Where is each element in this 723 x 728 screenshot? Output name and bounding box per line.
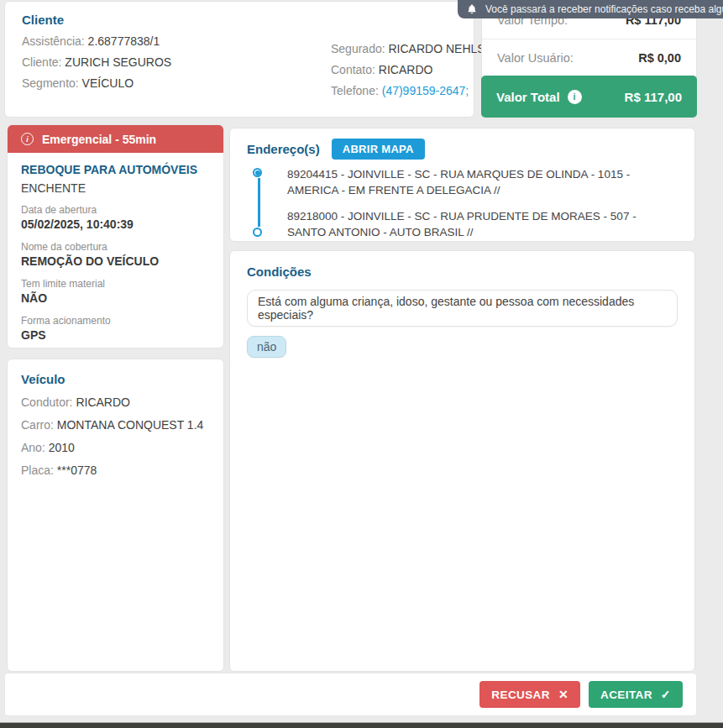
service-cause: ENCHENTE: [21, 181, 210, 195]
year-row: Ano: 2010: [21, 441, 210, 454]
close-icon: ✕: [558, 688, 568, 701]
phone-link[interactable]: (47)99159-2647;: [382, 84, 469, 97]
value-total-amount: R$ 117,00: [625, 90, 682, 104]
year-label: Ano:: [21, 441, 45, 454]
coverage-name-value: REMOÇÃO DO VEÍCULO: [21, 254, 210, 269]
window-bottom-edge: [0, 722, 723, 728]
activation-form-label: Forma acionamento: [21, 315, 210, 327]
coverage-name-field: Nome da cobertura REMOÇÃO DO VEÍCULO: [21, 241, 210, 269]
vehicle-card-title: Veículo: [21, 372, 210, 386]
route-line: [258, 178, 260, 227]
car-row: Carro: MONTANA CONQUEST 1.4: [21, 418, 210, 432]
emergency-header: i Emergencial - 55min: [8, 125, 223, 153]
segment-label: Segmento:: [22, 76, 79, 90]
contact-label: Contato:: [331, 63, 375, 76]
driver-value: RICARDO: [76, 395, 130, 409]
value-total-label: Valor Total: [496, 90, 560, 104]
value-user-amount: R$ 0,00: [638, 51, 681, 65]
accept-button-label: ACEITAR: [600, 689, 652, 701]
accept-button[interactable]: ACEITAR ✓: [589, 681, 683, 708]
refuse-button[interactable]: RECUSAR ✕: [479, 681, 580, 708]
action-bar: RECUSAR ✕ ACEITAR ✓: [4, 673, 697, 716]
material-limit-field: Tem limite material NÃO: [21, 278, 210, 306]
client-label: Cliente:: [22, 55, 61, 69]
bell-icon: [466, 3, 478, 15]
open-map-button[interactable]: ABRIR MAPA: [332, 139, 425, 160]
emergency-title: Emergencial - 55min: [42, 133, 156, 146]
segment-value: VEÍCULO: [82, 76, 134, 90]
insured-value: RICARDO NEHLS: [389, 42, 485, 55]
value-user-row: Valor Usuário: R$ 0,00: [482, 39, 696, 76]
phone-label: Telefone:: [331, 84, 379, 97]
address-timeline: 89204415 - JOINVILLE - SC - RUA MARQUES …: [247, 166, 678, 240]
conditions-card-title: Condições: [247, 264, 678, 279]
vehicle-card: Veículo Condutor: RICARDO Carro: MONTANA…: [7, 359, 224, 672]
destination-point-icon: [253, 228, 262, 237]
assistance-label: Assistência:: [22, 34, 85, 48]
info-icon: i: [21, 133, 34, 145]
conditions-card: Condições Está com alguma criança, idoso…: [229, 250, 695, 672]
assistance-value: 2.68777838/1: [88, 34, 160, 48]
client-card: Cliente Assistência: 2.68777838/1 Client…: [4, 1, 474, 118]
origin-point-icon: [253, 168, 262, 177]
material-limit-label: Tem limite material: [21, 278, 210, 291]
material-limit-value: NÃO: [21, 291, 210, 306]
contact-row: Contato: RICARDO: [331, 63, 485, 76]
address-card-title: Endereço(s): [247, 142, 320, 156]
car-label: Carro:: [21, 418, 54, 432]
toast-text: Você passará a receber notificações caso…: [485, 3, 723, 15]
info-icon[interactable]: i: [568, 90, 582, 104]
car-value: MONTANA CONQUEST 1.4: [57, 418, 204, 432]
plate-row: Placa: ***0778: [21, 464, 210, 477]
activation-form-field: Forma acionamento GPS: [21, 315, 210, 343]
condition-answer: não: [247, 336, 286, 358]
year-value: 2010: [49, 441, 75, 454]
driver-label: Condutor:: [21, 395, 72, 409]
opening-date-field: Data de abertura 05/02/2025, 10:40:39: [21, 204, 210, 232]
service-name: REBOQUE PARA AUTOMÓVEIS: [21, 163, 210, 176]
phone-row: Telefone: (47)99159-2647;: [331, 84, 485, 97]
refuse-button-label: RECUSAR: [491, 689, 550, 701]
opening-date-value: 05/02/2025, 10:40:39: [21, 217, 210, 232]
address-card: Endereço(s) ABRIR MAPA 89204415 - JOINVI…: [229, 128, 695, 242]
coverage-name-label: Nome da cobertura: [21, 241, 210, 254]
plate-label: Placa:: [21, 464, 54, 477]
check-icon: ✓: [661, 688, 671, 701]
insured-label: Segurado:: [331, 42, 385, 55]
client-card-title: Cliente: [22, 13, 457, 27]
plate-value: ***0778: [57, 464, 97, 477]
value-total-row: Valor Total i R$ 117,00: [481, 76, 697, 118]
client-value: ZURICH SEGUROS: [65, 55, 171, 69]
contact-value: RICARDO: [379, 63, 433, 76]
insured-row: Segurado: RICARDO NEHLS: [331, 42, 485, 55]
destination-address: 89218000 - JOINVILLE - SC - RUA PRUDENTE…: [287, 208, 652, 240]
value-user-label: Valor Usuário:: [497, 51, 574, 65]
opening-date-label: Data de abertura: [21, 204, 210, 217]
activation-form-value: GPS: [21, 327, 210, 343]
notification-toast[interactable]: Você passará a receber notificações caso…: [458, 0, 723, 18]
origin-address: 89204415 - JOINVILLE - SC - RUA MARQUES …: [287, 166, 652, 198]
condition-question: Está com alguma criança, idoso, gestante…: [247, 290, 678, 327]
driver-row: Condutor: RICARDO: [21, 395, 210, 409]
emergency-card: i Emergencial - 55min REBOQUE PARA AUTOM…: [7, 124, 224, 348]
